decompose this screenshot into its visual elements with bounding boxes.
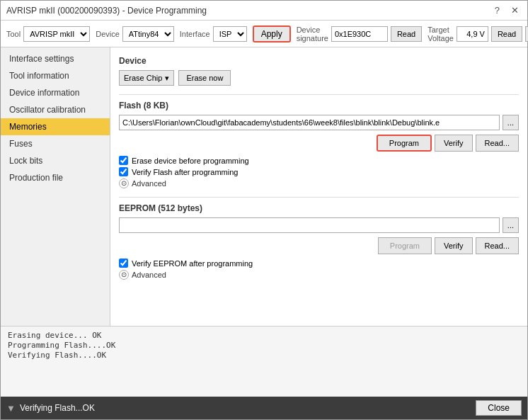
flash-path-input[interactable] xyxy=(119,115,500,130)
divider-2 xyxy=(119,197,519,198)
erase-now-button[interactable]: Erase now xyxy=(178,70,231,86)
main-window: AVRISP mkII (000200090393) - Device Prog… xyxy=(0,0,528,420)
eeprom-advanced-row[interactable]: ⊙ Advanced xyxy=(119,270,519,280)
verify-eeprom-row: Verify EEPROM after programming xyxy=(119,259,519,268)
flash-program-button[interactable]: Program xyxy=(377,135,432,152)
target-voltage-label: Target Voltage xyxy=(427,25,454,42)
gear-button[interactable]: ⚙ xyxy=(525,26,528,42)
verify-flash-checkbox[interactable] xyxy=(119,167,128,176)
sidebar-item-tool-information[interactable]: Tool information xyxy=(1,67,110,84)
main-area: Interface settings Tool information Devi… xyxy=(1,47,527,326)
title-bar: AVRISP mkII (000200090393) - Device Prog… xyxy=(1,1,527,21)
flash-advanced-chevron: ⊙ xyxy=(119,178,129,188)
divider-1 xyxy=(119,94,519,95)
eeprom-advanced-chevron: ⊙ xyxy=(119,270,129,280)
erase-chip-dropdown[interactable]: Erase Chip ▾ xyxy=(119,70,174,86)
eeprom-read-button[interactable]: Read... xyxy=(476,237,519,254)
device-select[interactable]: ATtiny84 xyxy=(122,26,174,42)
eeprom-verify-button[interactable]: Verify xyxy=(435,237,473,254)
flash-section: Flash (8 KB) ... Program Verify Read... … xyxy=(119,101,519,188)
title-bar-controls: ? ✕ xyxy=(492,5,522,16)
sidebar-item-interface-settings[interactable]: Interface settings xyxy=(1,50,110,67)
eeprom-advanced-label: Advanced xyxy=(132,271,166,279)
sidebar-item-fuses[interactable]: Fuses xyxy=(1,135,110,152)
erase-before-label: Erase device before programming xyxy=(132,157,249,165)
verify-flash-row: Verify Flash after programming xyxy=(119,167,519,176)
close-button[interactable]: Close xyxy=(476,400,522,416)
flash-actions: Program Verify Read... xyxy=(119,135,519,152)
device-sig-label: Device signature xyxy=(297,25,328,42)
tool-group: Tool AVRISP mkII xyxy=(6,26,90,42)
interface-group: Interface ISP xyxy=(180,26,247,42)
device-group: Device ATtiny84 xyxy=(96,26,174,42)
status-left: ▼ Verifying Flash...OK xyxy=(6,403,95,414)
device-label: Device xyxy=(96,30,120,38)
device-sig-input[interactable] xyxy=(331,26,388,42)
device-section-title: Device xyxy=(119,56,519,66)
flash-browse-button[interactable]: ... xyxy=(503,115,519,130)
flash-section-title: Flash (8 KB) xyxy=(119,101,519,110)
tool-select[interactable]: AVRISP mkII xyxy=(23,26,90,42)
verify-eeprom-checkbox[interactable] xyxy=(119,259,128,268)
status-bar: ▼ Verifying Flash...OK Close xyxy=(1,397,527,419)
erase-chip-label: Erase Chip xyxy=(124,74,162,82)
flash-path-row: ... xyxy=(119,115,519,130)
voltage-read-button[interactable]: Read xyxy=(491,26,522,42)
device-sig-group: Device signature Read xyxy=(297,25,423,42)
device-row: Erase Chip ▾ Erase now xyxy=(119,70,519,86)
flash-advanced-row[interactable]: ⊙ Advanced xyxy=(119,178,519,188)
eeprom-section-title: EEPROM (512 bytes) xyxy=(119,203,519,213)
apply-button[interactable]: Apply xyxy=(253,25,291,42)
toolbar: Tool AVRISP mkII Device ATtiny84 Interfa… xyxy=(1,21,527,47)
eeprom-path-row: ... xyxy=(119,217,519,233)
tool-label: Tool xyxy=(6,30,21,38)
erase-before-checkbox[interactable] xyxy=(119,156,128,165)
sidebar-item-memories[interactable]: Memories xyxy=(1,118,110,135)
status-text: Verifying Flash...OK xyxy=(20,403,95,413)
log-line-3: Verifying Flash....OK xyxy=(8,351,520,360)
erase-before-row: Erase device before programming xyxy=(119,156,519,165)
interface-select[interactable]: ISP xyxy=(213,26,247,42)
flash-verify-button[interactable]: Verify xyxy=(435,135,473,152)
interface-label: Interface xyxy=(180,30,210,38)
close-window-button[interactable]: ✕ xyxy=(508,5,522,16)
voltage-group: Target Voltage Read ⚙ xyxy=(427,25,528,42)
erase-chip-chevron: ▾ xyxy=(165,74,169,83)
verify-flash-label: Verify Flash after programming xyxy=(132,168,238,176)
sidebar-item-device-information[interactable]: Device information xyxy=(1,84,110,101)
device-sig-read-button[interactable]: Read xyxy=(391,26,422,42)
log-line-2: Programming Flash....OK xyxy=(8,341,520,350)
window-title: AVRISP mkII (000200090393) - Device Prog… xyxy=(6,6,207,16)
eeprom-program-button[interactable]: Program xyxy=(378,237,432,254)
eeprom-actions: Program Verify Read... xyxy=(119,237,519,254)
help-button[interactable]: ? xyxy=(492,5,503,16)
eeprom-section: EEPROM (512 bytes) ... Program Verify Re… xyxy=(119,203,519,280)
voltage-input[interactable] xyxy=(457,26,488,42)
eeprom-path-input[interactable] xyxy=(119,217,500,233)
content-area: Device Erase Chip ▾ Erase now Flash (8 K… xyxy=(110,47,527,326)
log-area: Erasing device... OK Programming Flash..… xyxy=(1,326,527,397)
status-arrow-icon[interactable]: ▼ xyxy=(6,403,16,414)
eeprom-browse-button[interactable]: ... xyxy=(503,217,519,233)
verify-eeprom-label: Verify EEPROM after programming xyxy=(132,259,253,268)
sidebar-item-production-file[interactable]: Production file xyxy=(1,169,110,186)
flash-read-button[interactable]: Read... xyxy=(476,135,519,152)
sidebar-item-lock-bits[interactable]: Lock bits xyxy=(1,152,110,169)
flash-advanced-label: Advanced xyxy=(132,179,166,188)
sidebar-item-oscillator-calibration[interactable]: Oscillator calibration xyxy=(1,101,110,118)
log-line-1: Erasing device... OK xyxy=(8,331,520,340)
sidebar: Interface settings Tool information Devi… xyxy=(1,47,110,326)
